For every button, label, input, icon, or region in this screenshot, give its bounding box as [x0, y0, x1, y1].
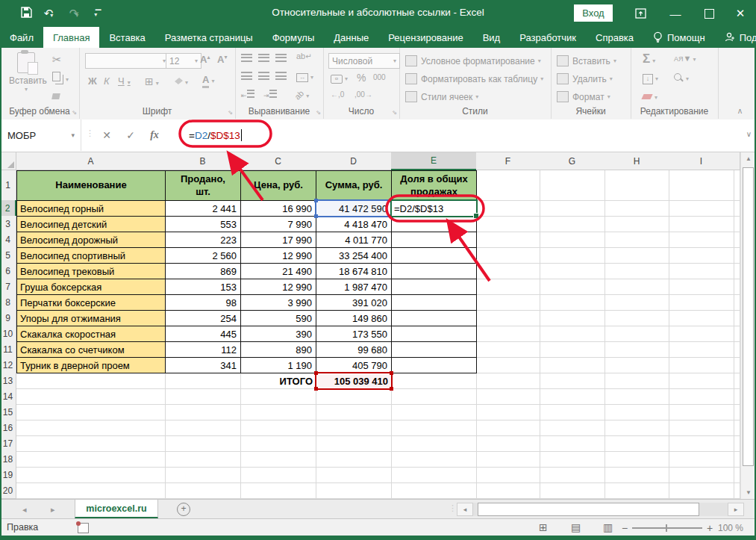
cell[interactable]: [316, 467, 392, 483]
row-header-15[interactable]: 15: [0, 404, 16, 420]
cell[interactable]: [476, 404, 540, 420]
cell[interactable]: [476, 341, 540, 358]
cell[interactable]: [605, 170, 669, 201]
cell-C10[interactable]: 390: [240, 326, 316, 342]
font-name-combo[interactable]: ▾: [85, 53, 169, 69]
fill-color-icon[interactable]: ▾: [175, 76, 188, 86]
cell[interactable]: [16, 482, 166, 499]
cell[interactable]: [165, 420, 241, 436]
fill-handle[interactable]: [473, 213, 479, 219]
cell[interactable]: [540, 247, 605, 264]
cell[interactable]: [476, 279, 540, 295]
cell[interactable]: [391, 420, 477, 436]
align-right-icon[interactable]: [275, 72, 287, 81]
cell-A6[interactable]: Велосипед трековый: [16, 263, 166, 279]
cell[interactable]: [476, 326, 540, 342]
cell[interactable]: [734, 232, 740, 248]
cell[interactable]: [734, 451, 740, 468]
row-header-17[interactable]: 17: [0, 435, 16, 452]
row-header-12[interactable]: 12: [0, 357, 16, 373]
cell[interactable]: [165, 467, 241, 483]
cell[interactable]: [240, 404, 316, 420]
cell[interactable]: [605, 294, 669, 311]
merge-center-icon[interactable]: ↔▾: [296, 71, 313, 82]
format-painter-icon[interactable]: [52, 91, 60, 101]
cell[interactable]: [605, 263, 669, 279]
cell[interactable]: [16, 388, 166, 405]
cell[interactable]: [391, 482, 477, 499]
cell-C7[interactable]: 12 990: [240, 279, 316, 295]
row-header-13[interactable]: 13: [0, 373, 16, 389]
row-header-10[interactable]: 10: [0, 326, 16, 342]
cell-B6[interactable]: 869: [165, 263, 241, 279]
cell[interactable]: [316, 451, 392, 468]
cell[interactable]: [476, 310, 540, 326]
cell[interactable]: [669, 279, 734, 295]
cell[interactable]: [605, 404, 669, 420]
cell[interactable]: [476, 247, 540, 264]
cell[interactable]: [669, 373, 734, 389]
cell[interactable]: [391, 404, 477, 420]
cell[interactable]: [734, 341, 740, 358]
cell-A11[interactable]: Скакалка со счетчиком: [16, 341, 166, 358]
cell[interactable]: [476, 435, 540, 452]
macro-record-icon[interactable]: [78, 523, 89, 533]
increase-indent-icon[interactable]: ⇥: [263, 90, 277, 99]
row-header-5[interactable]: 5: [0, 247, 16, 264]
alignment-dialog-launcher[interactable]: ⇘: [316, 109, 321, 116]
cell[interactable]: [734, 310, 740, 326]
cell[interactable]: [669, 170, 734, 201]
cell-A8[interactable]: Перчатки боксерские: [16, 294, 166, 311]
cell[interactable]: [540, 404, 605, 420]
column-header-C[interactable]: C: [240, 152, 316, 170]
cell-E4[interactable]: [391, 232, 477, 248]
align-center-icon[interactable]: [258, 72, 269, 81]
cell[interactable]: [540, 279, 605, 295]
cell[interactable]: [476, 467, 540, 483]
cell[interactable]: [605, 451, 669, 468]
cell[interactable]: [669, 294, 734, 311]
row-header-16[interactable]: 16: [0, 420, 16, 436]
tab-разметка-страницы[interactable]: Разметка страницы: [155, 27, 263, 48]
cell[interactable]: [605, 232, 669, 248]
format-cells-button[interactable]: Формат▾: [557, 91, 610, 102]
row-header-2[interactable]: 2: [0, 200, 16, 217]
underline-icon[interactable]: Ч▾: [118, 76, 131, 86]
tab-рецензирование[interactable]: Рецензирование: [378, 27, 472, 48]
cell[interactable]: [165, 451, 241, 468]
cell-E10[interactable]: [391, 326, 477, 342]
cell[interactable]: [476, 482, 540, 499]
decrease-decimal-icon[interactable]: ,00→: [354, 91, 372, 99]
cell-D4[interactable]: 4 011 770: [316, 232, 392, 248]
insert-function-icon[interactable]: fx: [143, 120, 166, 151]
cell[interactable]: [16, 420, 166, 436]
column-header-B[interactable]: B: [165, 152, 241, 170]
cell-A3[interactable]: Велосипед детский: [16, 216, 166, 232]
row-header-18[interactable]: 18: [0, 451, 16, 468]
conditional-formatting-button[interactable]: Условное форматирование▾: [405, 55, 541, 66]
cell[interactable]: [669, 451, 734, 468]
cell[interactable]: [669, 216, 734, 232]
cell[interactable]: [476, 216, 540, 232]
cell-C11[interactable]: 890: [240, 341, 316, 358]
align-bottom-icon[interactable]: [275, 54, 287, 63]
cell[interactable]: [16, 435, 166, 452]
cell-C6[interactable]: 21 490: [240, 263, 316, 279]
cell[interactable]: [316, 435, 392, 452]
table-header-cell[interactable]: Доля в общих продажах: [391, 170, 477, 201]
cell[interactable]: [476, 357, 540, 373]
cell-B4[interactable]: 223: [165, 232, 241, 248]
cell[interactable]: [734, 435, 740, 452]
column-header-F[interactable]: F: [476, 152, 540, 170]
cell[interactable]: [734, 482, 740, 499]
row-header-1[interactable]: 1: [0, 170, 16, 201]
tab-file[interactable]: Файл: [0, 27, 43, 48]
cell[interactable]: [734, 294, 740, 311]
align-left-icon[interactable]: [241, 72, 252, 81]
sheet-tab-active[interactable]: microexcel.ru: [75, 500, 158, 518]
borders-icon[interactable]: ⊞▾: [145, 76, 159, 87]
number-dialog-launcher[interactable]: ⇘: [392, 109, 397, 116]
cell[interactable]: [16, 451, 166, 468]
cell[interactable]: [316, 388, 392, 405]
zoom-level[interactable]: 100 %: [718, 523, 743, 533]
